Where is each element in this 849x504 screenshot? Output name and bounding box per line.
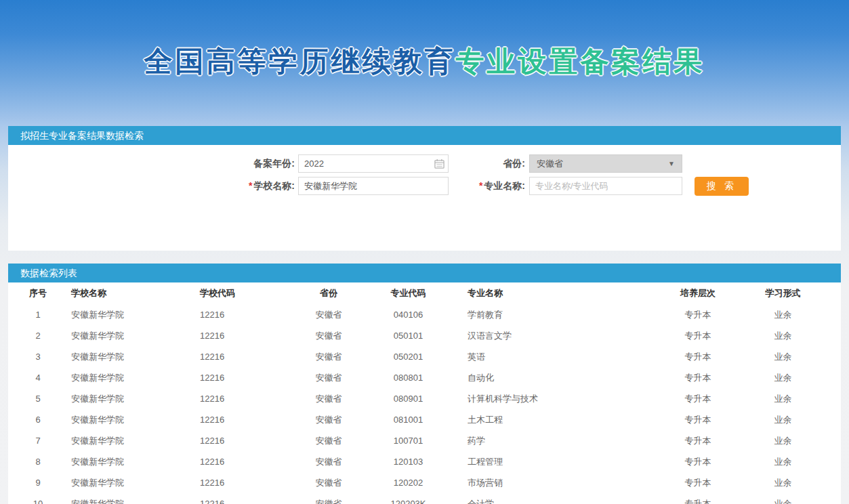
- table-cell-province: 安徽省: [285, 346, 373, 367]
- table-cell-school-name: 安徽新华学院: [68, 367, 196, 388]
- table-header-row: 序号 学校名称 学校代码 省份 专业代码 专业名称 培养层次 学习形式: [8, 282, 841, 304]
- column-header: 专业名称: [444, 282, 671, 304]
- table-cell-index: 2: [8, 325, 68, 346]
- province-field-label-text: 省份:: [503, 158, 525, 169]
- table-cell-school-code: 12216: [196, 451, 285, 472]
- school-field-label-text: 学校名称:: [253, 180, 295, 191]
- table-cell-school-code: 12216: [196, 346, 285, 367]
- table-row: 7 安徽新华学院 12216 安徽省 100701 药学 专升本 业余: [8, 430, 841, 451]
- table-cell-school-name: 安徽新华学院: [68, 409, 196, 430]
- table-row: 10 安徽新华学院 12216 安徽省 120203K 会计学 专升本 业余: [8, 493, 841, 504]
- table-cell-index: 9: [8, 472, 68, 493]
- table-cell-major-name: 土木工程: [444, 409, 671, 430]
- column-header: 学校名称: [68, 282, 196, 304]
- search-panel: 拟招生专业备案结果数据检索 备案年份: 省份: 安徽省 ▼ *学校名称: *专业…: [8, 126, 841, 251]
- table-cell-school-name: 安徽新华学院: [68, 304, 196, 325]
- table-cell-study-form: 业余: [725, 472, 841, 493]
- table-cell-study-form: 业余: [725, 325, 841, 346]
- table-cell-index: 5: [8, 388, 68, 409]
- table-cell-school-name: 安徽新华学院: [68, 388, 196, 409]
- table-cell-province: 安徽省: [285, 472, 373, 493]
- table-cell-level: 专升本: [671, 346, 725, 367]
- table-row: 8 安徽新华学院 12216 安徽省 120103 工程管理 专升本 业余: [8, 451, 841, 472]
- table-cell-school-code: 12216: [196, 304, 285, 325]
- page-title: 全国高等学历继续教育专业设置备案结果: [0, 43, 849, 81]
- table-cell-major-code: 100701: [373, 430, 444, 451]
- major-name-input[interactable]: [529, 177, 682, 195]
- table-cell-index: 8: [8, 451, 68, 472]
- table-cell-level: 专升本: [671, 325, 725, 346]
- table-row: 4 安徽新华学院 12216 安徽省 080801 自动化 专升本 业余: [8, 367, 841, 388]
- page-title-part-blue: 全国高等学历继续教育: [144, 45, 456, 77]
- table-cell-major-name: 英语: [444, 346, 671, 367]
- table-cell-school-name: 安徽新华学院: [68, 472, 196, 493]
- table-row: 2 安徽新华学院 12216 安徽省 050101 汉语言文学 专升本 业余: [8, 325, 841, 346]
- table-cell-major-code: 080901: [373, 388, 444, 409]
- year-field-label-text: 备案年份:: [253, 158, 295, 169]
- search-button[interactable]: 搜 索: [695, 177, 749, 196]
- table-cell-major-name: 汉语言文学: [444, 325, 671, 346]
- table-cell-study-form: 业余: [725, 451, 841, 472]
- required-asterisk: *: [249, 180, 252, 191]
- table-cell-major-code: 050201: [373, 346, 444, 367]
- table-row: 3 安徽新华学院 12216 安徽省 050201 英语 专升本 业余: [8, 346, 841, 367]
- table-cell-index: 7: [8, 430, 68, 451]
- table-cell-major-name: 自动化: [444, 367, 671, 388]
- column-header: 培养层次: [671, 282, 725, 304]
- table-cell-level: 专升本: [671, 367, 725, 388]
- search-panel-header: 拟招生专业备案结果数据检索: [8, 126, 841, 145]
- table-cell-index: 1: [8, 304, 68, 325]
- table-row: 6 安徽新华学院 12216 安徽省 081001 土木工程 专升本 业余: [8, 409, 841, 430]
- column-header: 省份: [285, 282, 373, 304]
- table-cell-index: 10: [8, 493, 68, 504]
- table-row: 1 安徽新华学院 12216 安徽省 040106 学前教育 专升本 业余: [8, 304, 841, 325]
- table-cell-study-form: 业余: [725, 388, 841, 409]
- table-cell-school-code: 12216: [196, 388, 285, 409]
- table-cell-school-name: 安徽新华学院: [68, 493, 196, 504]
- table-cell-school-code: 12216: [196, 430, 285, 451]
- table-row: 5 安徽新华学院 12216 安徽省 080901 计算机科学与技术 专升本 业…: [8, 388, 841, 409]
- table-cell-school-code: 12216: [196, 493, 285, 504]
- column-header: 学校代码: [196, 282, 285, 304]
- table-cell-level: 专升本: [671, 430, 725, 451]
- table-row: 9 安徽新华学院 12216 安徽省 120202 市场营销 专升本 业余: [8, 472, 841, 493]
- table-cell-study-form: 业余: [725, 367, 841, 388]
- table-cell-major-code: 040106: [373, 304, 444, 325]
- table-body: 1 安徽新华学院 12216 安徽省 040106 学前教育 专升本 业余 2 …: [8, 304, 841, 504]
- chevron-down-icon: ▼: [668, 155, 675, 172]
- table-cell-school-code: 12216: [196, 472, 285, 493]
- table-cell-level: 专升本: [671, 409, 725, 430]
- column-header: 学习形式: [725, 282, 841, 304]
- table-cell-level: 专升本: [671, 388, 725, 409]
- table-cell-level: 专升本: [671, 451, 725, 472]
- table-cell-province: 安徽省: [285, 388, 373, 409]
- table-cell-major-name: 会计学: [444, 493, 671, 504]
- table-cell-school-name: 安徽新华学院: [68, 451, 196, 472]
- table-cell-major-name: 药学: [444, 430, 671, 451]
- table-cell-province: 安徽省: [285, 430, 373, 451]
- major-field-label-text: 专业名称:: [484, 180, 525, 191]
- table-cell-index: 4: [8, 367, 68, 388]
- table-cell-major-code: 050101: [373, 325, 444, 346]
- table-cell-level: 专升本: [671, 472, 725, 493]
- page-title-part-green: 专业设置备案结果: [456, 45, 705, 77]
- table-cell-study-form: 业余: [725, 346, 841, 367]
- table-cell-major-name: 计算机科学与技术: [444, 388, 671, 409]
- table-cell-province: 安徽省: [285, 304, 373, 325]
- table-cell-school-name: 安徽新华学院: [68, 430, 196, 451]
- province-select[interactable]: 安徽省 ▼: [529, 154, 682, 173]
- table-cell-major-code: 120202: [373, 472, 444, 493]
- table-cell-major-code: 081001: [373, 409, 444, 430]
- results-panel: 数据检索列表 序号 学校名称 学校代码 省份 专业代码 专业名称 培养层次 学习…: [8, 264, 841, 504]
- table-cell-study-form: 业余: [725, 430, 841, 451]
- table-cell-province: 安徽省: [285, 451, 373, 472]
- table-cell-index: 3: [8, 346, 68, 367]
- table-cell-school-name: 安徽新华学院: [68, 325, 196, 346]
- table-cell-level: 专升本: [671, 304, 725, 325]
- year-field-label: 备案年份:: [178, 154, 295, 173]
- table-cell-school-name: 安徽新华学院: [68, 346, 196, 367]
- table-cell-study-form: 业余: [725, 493, 841, 504]
- table-cell-province: 安徽省: [285, 493, 373, 504]
- table-cell-study-form: 业余: [725, 304, 841, 325]
- table-cell-province: 安徽省: [285, 325, 373, 346]
